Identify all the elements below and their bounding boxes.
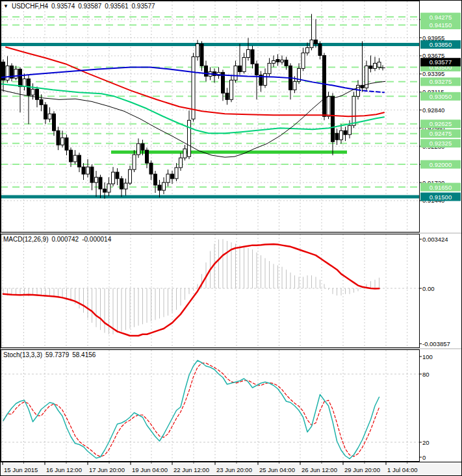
svg-text:0.003424: 0.003424 <box>422 236 448 243</box>
stoch-indicator-label: Stoch(13,3,3) <box>3 351 42 358</box>
svg-text:17 Jun 20:00: 17 Jun 20:00 <box>89 466 125 473</box>
svg-text:0.93050: 0.93050 <box>430 93 452 100</box>
svg-text:100: 100 <box>422 353 433 360</box>
low-value: 0.93561 <box>105 3 128 10</box>
svg-text:0.93955: 0.93955 <box>422 34 444 42</box>
symbol-timeframe-label: USDCHF,H4 <box>12 3 48 10</box>
mt4-chart-window: 0.942350.939550.936750.933950.931150.928… <box>0 0 462 476</box>
svg-text:0.92325: 0.92325 <box>430 140 452 147</box>
svg-text:15 Jun 2015: 15 Jun 2015 <box>4 466 38 473</box>
stoch-header: Stoch(13,3,3) 59.7379 58.4156 <box>3 351 96 358</box>
macd-signal-value: -0.000014 <box>82 236 111 243</box>
macd-indicator-label: MACD(12,26,9) <box>3 236 48 243</box>
close-value: 0.93577 <box>132 3 155 10</box>
svg-text:0: 0 <box>422 454 426 461</box>
svg-text:19 Jun 04:00: 19 Jun 04:00 <box>132 466 168 473</box>
macd-header: MACD(12,26,9) 0.000742 -0.000014 <box>3 236 111 243</box>
svg-text:0.93577: 0.93577 <box>430 58 452 66</box>
svg-text:0.92475: 0.92475 <box>430 130 452 137</box>
macd-main-value: 0.000742 <box>51 236 79 243</box>
svg-text:0.92000: 0.92000 <box>430 161 452 168</box>
open-value: 0.93574 <box>51 3 75 10</box>
svg-text:23 Jun 20:00: 23 Jun 20:00 <box>216 466 252 473</box>
svg-text:22 Jun 12:00: 22 Jun 12:00 <box>173 466 209 473</box>
stoch-d-value: 58.4156 <box>72 351 96 358</box>
svg-text:25 Jun 04:00: 25 Jun 04:00 <box>259 466 295 473</box>
svg-text:0.91500: 0.91500 <box>430 194 452 201</box>
svg-text:-0.003857: -0.003857 <box>422 340 450 347</box>
svg-text:1 Jul 04:00: 1 Jul 04:00 <box>387 466 417 473</box>
svg-text:0.93395: 0.93395 <box>422 70 444 77</box>
svg-text:16 Jun 12:00: 16 Jun 12:00 <box>46 466 82 473</box>
stoch-k-value: 59.7379 <box>45 351 69 358</box>
svg-text:0.94150: 0.94150 <box>430 21 452 29</box>
svg-text:0.94275: 0.94275 <box>430 14 452 21</box>
symbol-dropdown-icon[interactable]: ▼ <box>3 3 8 10</box>
svg-text:20: 20 <box>422 439 430 446</box>
svg-text:0.00: 0.00 <box>422 285 435 292</box>
high-value: 0.93587 <box>78 3 101 10</box>
svg-text:0.92625: 0.92625 <box>430 120 452 127</box>
svg-text:0.91650: 0.91650 <box>430 184 452 191</box>
svg-text:0.93275: 0.93275 <box>430 78 452 85</box>
svg-text:0.93850: 0.93850 <box>430 41 452 48</box>
svg-text:29 Jun 20:00: 29 Jun 20:00 <box>344 466 380 473</box>
svg-text:0.92840: 0.92840 <box>422 106 444 114</box>
chart-title-bar: ▼ USDCHF,H4 0.93574 0.93587 0.93561 0.93… <box>3 3 155 10</box>
svg-text:26 Jun 12:00: 26 Jun 12:00 <box>302 466 337 473</box>
svg-text:80: 80 <box>422 371 430 378</box>
